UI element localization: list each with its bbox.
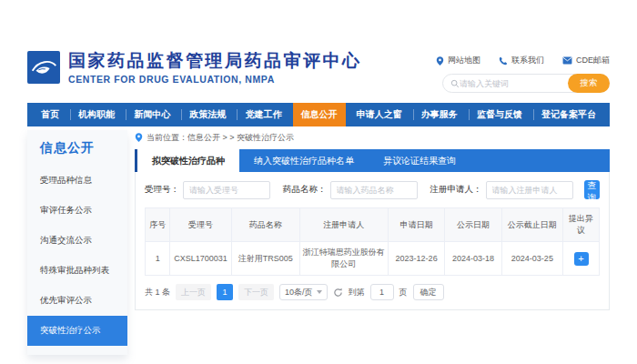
tab-bar: 拟突破性治疗品种 纳入突破性治疗品种名单 异议论证结果查询 bbox=[135, 149, 610, 172]
nav-item-supervision[interactable]: 监督与反馈 bbox=[469, 103, 531, 126]
page-size-select[interactable]: 10条/页 bbox=[279, 284, 328, 300]
tab-proposed-breakthrough[interactable]: 拟突破性治疗品种 bbox=[135, 149, 239, 172]
site-title: 国家药品监督管理局药品审评中心 bbox=[68, 51, 362, 71]
nav-item-policies[interactable]: 政策法规 bbox=[181, 103, 234, 126]
col-applicant: 注册申请人 bbox=[299, 208, 388, 242]
top-links: 网站地图 联系我们 CDE邮箱 bbox=[436, 55, 610, 66]
query-form: 受理号： 药品名称： 注册申请人： 查询 bbox=[145, 180, 600, 199]
location-pin-icon bbox=[135, 133, 143, 142]
phone-icon bbox=[499, 56, 508, 66]
applicant-input[interactable] bbox=[486, 181, 573, 199]
search-icon bbox=[450, 79, 460, 88]
cde-logo-icon bbox=[27, 51, 60, 84]
goto-page-input[interactable] bbox=[370, 284, 394, 300]
content-panel: 受理号： 药品名称： 注册申请人： 查询 bbox=[135, 172, 610, 310]
drug-name-input[interactable] bbox=[330, 181, 418, 199]
cde-mailbox-link[interactable]: CDE邮箱 bbox=[562, 55, 610, 66]
col-drug-name: 药品名称 bbox=[231, 208, 299, 242]
page-number-button[interactable]: 1 bbox=[217, 284, 233, 300]
search-bar: 搜索 bbox=[442, 74, 610, 93]
drug-name-label: 药品名称： bbox=[283, 184, 327, 196]
brand: 国家药品监督管理局药品审评中心 CENTER FOR DRUG EVALUATI… bbox=[27, 51, 362, 85]
goto-label: 到第 bbox=[349, 287, 365, 298]
raise-objection-plus-button[interactable]: + bbox=[574, 252, 589, 266]
pagination: 共 1 条 上一页 1 下一页 10条/页 到第 页 确定 bbox=[145, 284, 600, 300]
header-right: 网站地图 联系我们 CDE邮箱 bbox=[436, 51, 610, 93]
page-size-label: 10条/页 bbox=[285, 287, 313, 298]
nav-item-applicant-window[interactable]: 申请人之窗 bbox=[349, 103, 410, 126]
table-header-row: 序号 受理号 药品名称 注册申请人 申请日期 公示日期 公示截止日期 提出异议 bbox=[146, 208, 600, 242]
table-row: 1 CXSL1700031 注射用TRS005 浙江特瑞思药业股份有限公司 20… bbox=[146, 242, 600, 276]
cell-applicant: 浙江特瑞思药业股份有限公司 bbox=[299, 242, 388, 276]
sidebar: 信息公开 受理品种信息 审评任务公示 沟通交流公示 特殊审批品种列表 优先审评公… bbox=[27, 130, 127, 355]
col-acceptance-no: 受理号 bbox=[170, 208, 231, 242]
cell-action: + bbox=[563, 242, 600, 276]
nav-item-news[interactable]: 新闻中心 bbox=[126, 103, 178, 126]
col-publicity-date: 公示日期 bbox=[445, 208, 501, 242]
sidebar-item-priority-review[interactable]: 优先审评公示 bbox=[27, 286, 127, 316]
next-page-button[interactable]: 下一页 bbox=[238, 284, 274, 300]
sidebar-item-accepted-varieties[interactable]: 受理品种信息 bbox=[27, 166, 127, 196]
content: 当前位置：信息公开 > > 突破性治疗公示 拟突破性治疗品种 纳入突破性治疗品种… bbox=[135, 130, 610, 310]
nav-item-registration-platform[interactable]: 登记备案平台 bbox=[533, 103, 604, 126]
cell-acceptance-no: CXSL1700031 bbox=[170, 242, 231, 276]
page-unit-label: 页 bbox=[399, 287, 408, 298]
breadcrumb-text: 当前位置：信息公开 > > 突破性治疗公示 bbox=[147, 132, 294, 144]
col-raise-objection: 提出异议 bbox=[563, 208, 600, 242]
nav-item-home[interactable]: 首页 bbox=[33, 103, 67, 126]
nav-item-services[interactable]: 办事服务 bbox=[413, 103, 466, 126]
page-container: 国家药品监督管理局药品审评中心 CENTER FOR DRUG EVALUATI… bbox=[27, 51, 610, 355]
sidebar-item-review-tasks[interactable]: 审评任务公示 bbox=[27, 196, 127, 226]
main-nav: 首页 机构职能 新闻中心 政策法规 党建工作 信息公开 申请人之窗 办事服务 监… bbox=[27, 103, 610, 126]
applicant-label: 注册申请人： bbox=[430, 184, 482, 196]
col-apply-date: 申请日期 bbox=[388, 208, 444, 242]
mail-icon bbox=[562, 56, 572, 65]
filter-applicant: 注册申请人： bbox=[430, 181, 573, 199]
nav-item-info-disclosure[interactable]: 信息公开 bbox=[293, 103, 346, 126]
col-publicity-end-date: 公示截止日期 bbox=[501, 208, 562, 242]
sidebar-item-communication[interactable]: 沟通交流公示 bbox=[27, 226, 127, 256]
tab-included-list[interactable]: 纳入突破性治疗品种名单 bbox=[239, 149, 369, 172]
nav-item-functions[interactable]: 机构职能 bbox=[70, 103, 123, 126]
sidebar-title: 信息公开 bbox=[27, 130, 127, 166]
breadcrumb: 当前位置：信息公开 > > 突破性治疗公示 bbox=[135, 130, 610, 145]
cell-publicity-end-date: 2024-03-25 bbox=[501, 242, 562, 276]
cde-mailbox-link-label: CDE邮箱 bbox=[576, 55, 610, 66]
sidebar-item-special-approval-list[interactable]: 特殊审批品种列表 bbox=[27, 256, 127, 286]
query-button[interactable]: 查询 bbox=[584, 180, 601, 199]
search-input[interactable] bbox=[460, 79, 568, 88]
brand-text: 国家药品监督管理局药品审评中心 CENTER FOR DRUG EVALUATI… bbox=[68, 51, 362, 85]
site-subtitle: CENTER FOR DRUG EVALUATION, NMPA bbox=[68, 74, 362, 85]
contact-us-link[interactable]: 联系我们 bbox=[499, 55, 544, 66]
caret-down-icon bbox=[317, 290, 322, 294]
goto-confirm-button[interactable]: 确定 bbox=[413, 284, 444, 300]
acceptance-no-input[interactable] bbox=[183, 181, 270, 199]
sitemap-link[interactable]: 网站地图 bbox=[436, 55, 480, 66]
cell-apply-date: 2023-12-26 bbox=[388, 242, 444, 276]
tab-objection-results[interactable]: 异议论证结果查询 bbox=[369, 149, 470, 172]
prev-page-button[interactable]: 上一页 bbox=[176, 284, 211, 300]
search-button[interactable]: 搜索 bbox=[568, 74, 610, 93]
cell-drug-name: 注射用TRS005 bbox=[231, 242, 299, 276]
nav-item-party[interactable]: 党建工作 bbox=[237, 103, 289, 126]
location-pin-icon bbox=[436, 56, 444, 66]
filter-drug-name: 药品名称： bbox=[283, 181, 418, 199]
refresh-icon[interactable] bbox=[333, 288, 343, 298]
main-area: 信息公开 受理品种信息 审评任务公示 沟通交流公示 特殊审批品种列表 优先审评公… bbox=[27, 130, 610, 355]
col-seq: 序号 bbox=[146, 208, 170, 242]
filter-acceptance-no: 受理号： bbox=[145, 181, 270, 199]
sitemap-link-label: 网站地图 bbox=[448, 55, 480, 66]
acceptance-no-label: 受理号： bbox=[145, 184, 179, 196]
sidebar-item-breakthrough-therapy[interactable]: 突破性治疗公示 bbox=[27, 316, 127, 346]
pagination-total: 共 1 条 bbox=[145, 287, 170, 298]
cell-seq: 1 bbox=[146, 242, 170, 276]
cell-publicity-date: 2024-03-18 bbox=[445, 242, 501, 276]
contact-us-link-label: 联系我们 bbox=[511, 55, 544, 66]
results-table: 序号 受理号 药品名称 注册申请人 申请日期 公示日期 公示截止日期 提出异议 bbox=[145, 207, 600, 276]
site-header: 国家药品监督管理局药品审评中心 CENTER FOR DRUG EVALUATI… bbox=[27, 51, 610, 98]
